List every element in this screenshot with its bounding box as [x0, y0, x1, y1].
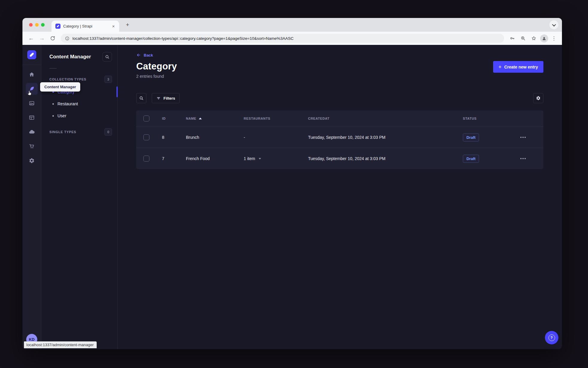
status-badge: Draft — [463, 155, 479, 163]
header-status: STATUS — [463, 117, 520, 120]
subnav-divider — [49, 68, 57, 69]
nav-marketplace-icon[interactable] — [26, 140, 38, 152]
table-header-row: ID NAME RESTAURANTS CREATEDAT STATUS — [136, 110, 543, 127]
filter-icon — [156, 96, 161, 101]
cell-createdat: Tuesday, September 10, 2024 at 3:03 PM — [308, 135, 463, 140]
password-key-icon[interactable] — [508, 34, 517, 43]
entries-count-text: 2 entries found — [136, 74, 543, 79]
plus-icon: + — [498, 64, 502, 70]
single-types-label: SINGLE TYPES — [49, 130, 76, 134]
entries-table: ID NAME RESTAURANTS CREATEDAT STATUS 8 B… — [136, 110, 543, 169]
strapi-logo-icon[interactable] — [27, 50, 36, 59]
row-checkbox[interactable] — [143, 134, 149, 140]
main-nav-rail: KD — [22, 45, 41, 349]
fullscreen-window-button[interactable] — [41, 23, 45, 27]
row-actions-menu[interactable] — [520, 156, 526, 161]
cell-id: 7 — [162, 156, 186, 161]
tab-title: Category | Strapi — [63, 24, 111, 28]
browser-tab[interactable]: Category | Strapi × — [51, 21, 119, 32]
main-content: Back Category + Create new entry 2 entri… — [118, 45, 562, 349]
gear-icon — [536, 96, 541, 101]
page-title: Category — [136, 61, 177, 72]
close-window-button[interactable] — [29, 23, 33, 27]
tab-close-icon[interactable]: × — [111, 24, 116, 29]
view-settings-button[interactable] — [533, 93, 543, 103]
url-bar[interactable]: localhost:1337/admin/content-manager/col… — [61, 34, 504, 43]
browser-menu-button[interactable]: ⋮ — [550, 35, 558, 42]
strapi-favicon-icon — [55, 24, 60, 29]
cell-name: Brunch — [186, 135, 244, 140]
browser-back-button[interactable]: ← — [27, 34, 36, 43]
zoom-icon[interactable] — [519, 34, 528, 43]
cell-restaurants: - — [244, 135, 308, 140]
nav-settings-icon[interactable] — [26, 155, 38, 167]
table-search-button[interactable] — [136, 93, 146, 103]
cell-id: 8 — [162, 135, 186, 140]
subnav-title: Content Manager — [49, 54, 91, 60]
header-name[interactable]: NAME — [186, 117, 244, 120]
subnav-item-restaurant[interactable]: Restaurant — [49, 98, 112, 110]
collection-types-count-badge: 3 — [104, 76, 112, 83]
table-row[interactable]: 7 French Food 1 item Tuesday, September … — [136, 148, 543, 169]
select-all-checkbox[interactable] — [143, 115, 149, 121]
minimize-window-button[interactable] — [35, 23, 39, 27]
bullet-icon — [52, 115, 54, 117]
cell-name: French Food — [186, 156, 244, 161]
person-icon — [542, 36, 547, 41]
collection-types-label: COLLECTION TYPES — [49, 77, 86, 81]
nav-media-library-icon[interactable] — [26, 97, 38, 109]
browser-toolbar: ← → localhost:1337/admin/content-manager… — [22, 32, 562, 45]
tab-strip: Category | Strapi × + — [22, 18, 562, 32]
question-mark-icon: ? — [548, 334, 555, 341]
header-createdat[interactable]: CREATEDAT — [308, 117, 463, 120]
search-icon — [105, 54, 110, 59]
cell-restaurants[interactable]: 1 item — [244, 156, 308, 161]
page-info-icon[interactable] — [65, 36, 69, 41]
traffic-lights — [29, 23, 45, 27]
subnav-search-button[interactable] — [102, 52, 112, 62]
browser-profile-button[interactable] — [540, 34, 548, 42]
bullet-icon — [52, 103, 54, 105]
rail-divider — [22, 65, 41, 65]
nav-content-manager-icon[interactable] — [26, 83, 38, 95]
filters-button[interactable]: Filters — [152, 93, 180, 103]
subnav-item-user[interactable]: User — [49, 110, 112, 122]
link-preview-statusbar: localhost:1337/admin/content-manager — [24, 341, 97, 348]
content-manager-tooltip: Content Manager — [40, 82, 80, 92]
help-button[interactable]: ? — [545, 331, 558, 344]
nav-content-type-builder-icon[interactable] — [26, 112, 38, 124]
row-checkbox[interactable] — [143, 156, 149, 162]
header-restaurants[interactable]: RESTAURANTS — [244, 117, 308, 120]
browser-window: Category | Strapi × + ← → localhost:1337… — [22, 18, 562, 349]
nav-home-icon[interactable] — [26, 69, 38, 80]
browser-forward-button[interactable]: → — [37, 34, 46, 43]
search-icon — [139, 96, 144, 101]
row-actions-menu[interactable] — [520, 135, 526, 140]
bookmark-star-icon[interactable] — [529, 34, 538, 43]
table-row[interactable]: 8 Brunch - Tuesday, September 10, 2024 a… — [136, 127, 543, 148]
tab-search-button[interactable] — [549, 20, 558, 29]
reload-button[interactable] — [48, 34, 57, 43]
caret-down-icon — [259, 158, 261, 159]
arrow-left-icon — [136, 53, 141, 57]
single-types-count-badge: 0 — [104, 128, 112, 136]
back-link[interactable]: Back — [136, 53, 153, 57]
strapi-app: KD Content Manager COLLECTION TYPES 3 Ca… — [22, 45, 562, 349]
create-new-entry-button[interactable]: + Create new entry — [493, 61, 543, 73]
url-text: localhost:1337/admin/content-manager/col… — [72, 36, 294, 41]
chevron-down-icon — [552, 22, 556, 26]
cell-createdat: Tuesday, September 10, 2024 at 3:03 PM — [308, 156, 463, 161]
new-tab-button[interactable]: + — [123, 21, 132, 29]
nav-deploy-cloud-icon[interactable] — [26, 126, 38, 138]
status-badge: Draft — [463, 133, 479, 142]
header-id[interactable]: ID — [162, 117, 186, 120]
sort-ascending-icon — [199, 118, 202, 119]
cursor-pointer-icon — [26, 90, 32, 96]
